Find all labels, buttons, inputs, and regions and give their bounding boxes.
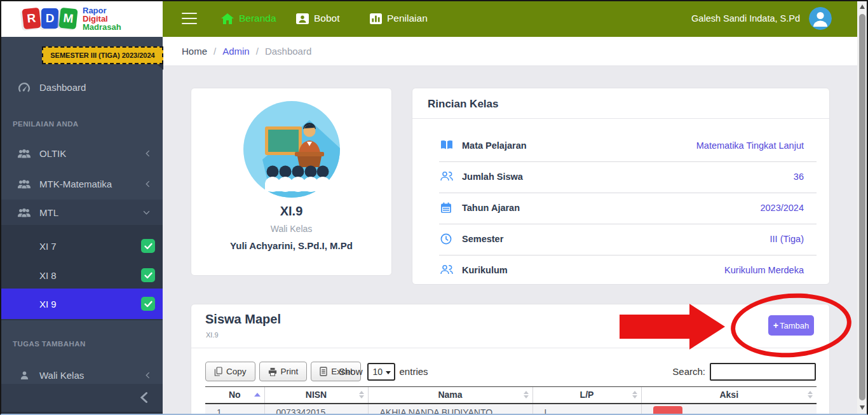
column-header-label: No	[229, 390, 241, 400]
siswa-table: No NISN Nama L/P	[205, 386, 817, 415]
sidebar-collapse-button[interactable]	[0, 384, 163, 412]
tambah-button[interactable]: + Tambah	[768, 315, 814, 336]
check-badge-icon	[141, 268, 155, 282]
user-name: Galesh Sandi Indata, S.Pd	[691, 0, 800, 37]
rincian-row-mata-pelajaran: Mata Pelajaran Matematika Tingkat Lanjut	[412, 130, 829, 161]
sidebar-subitem-xi-9-active[interactable]: XI 9	[0, 289, 163, 319]
rincian-label: Jumlah Siswa	[462, 172, 523, 182]
rincian-value-link[interactable]: 36	[794, 172, 804, 182]
scrollbar-thumb[interactable]	[859, 14, 865, 400]
search-input[interactable]	[710, 363, 816, 381]
rincian-value-link[interactable]: Matematika Tingkat Lanjut	[696, 140, 804, 151]
delete-button[interactable]	[653, 406, 682, 415]
column-header-aksi[interactable]: Aksi	[641, 387, 817, 404]
classroom-illustration	[243, 101, 340, 198]
divider	[412, 118, 829, 119]
users-icon	[440, 264, 453, 275]
sidebar-item-oltik[interactable]: OLTIK	[0, 140, 163, 166]
brand-word-madrasah: Madrasah	[83, 23, 121, 31]
sort-icons	[359, 391, 364, 398]
print-button-label: Print	[281, 367, 299, 376]
nav-item-penilaian[interactable]: Penilaian	[370, 0, 428, 37]
clock-icon	[440, 233, 452, 245]
users-icon	[17, 179, 32, 189]
column-header-nisn[interactable]: NISN	[264, 387, 368, 404]
nav-item-bobot[interactable]: Bobot	[296, 0, 340, 37]
badge-fold	[157, 64, 163, 70]
rincian-value-link[interactable]: Kurikulum Merdeka	[724, 265, 804, 275]
chevron-down-icon	[386, 371, 391, 374]
logo-letter-m: M	[58, 8, 78, 30]
column-header-label: NISN	[306, 390, 327, 400]
nav-item-label: Penilaian	[387, 13, 428, 24]
breadcrumb-home-link[interactable]: Home	[182, 46, 207, 57]
breadcrumb-admin-link[interactable]: Admin	[222, 46, 250, 57]
sidebar-subitem-label: XI 8	[39, 270, 57, 281]
sidebar-item-dashboard[interactable]: Dashboard	[0, 74, 163, 100]
scroll-down-arrow[interactable]	[860, 405, 865, 410]
table-search: Search:	[672, 362, 816, 381]
column-header-nama[interactable]: Nama	[368, 387, 532, 404]
sort-icons	[808, 391, 813, 398]
user-avatar[interactable]	[809, 7, 832, 30]
book-icon	[440, 140, 453, 150]
rincian-row-jumlah-siswa: Jumlah Siswa 36	[412, 161, 829, 193]
rincian-row-tahun-ajaran: Tahun Ajaran 2023/2024	[412, 193, 829, 224]
copy-button[interactable]: Copy	[205, 362, 255, 381]
semester-badge: SEMESTER III (TIGA) 2023/2024	[42, 46, 163, 64]
users-icon	[17, 149, 32, 158]
siswa-mapel-card: Siswa Mapel XI.9 + Tambah Copy Print	[191, 304, 830, 415]
table-row: 1 0073342015 AKHIA NANDA BUDIYANTO L	[205, 404, 817, 415]
show-label: Show	[339, 366, 363, 377]
scroll-up-arrow[interactable]	[860, 4, 865, 9]
breadcrumb: Home / Admin / Dashboard	[163, 37, 857, 66]
column-header-lp[interactable]: L/P	[532, 387, 641, 404]
divider	[191, 348, 829, 348]
siswa-mapel-title: Siswa Mapel	[205, 312, 281, 327]
sidebar-item-mtl[interactable]: MTL	[0, 200, 163, 225]
column-header-label: Nama	[438, 390, 462, 400]
rincian-label: Kurikulum	[462, 265, 508, 275]
sidebar-toggle-button[interactable]	[182, 13, 197, 24]
sidebar-item-label: MTK-Matematika	[39, 179, 112, 189]
person-icon	[17, 371, 32, 380]
sort-icons	[632, 391, 637, 398]
rincian-label: Semester	[462, 234, 503, 244]
cell-nama: AKHIA NANDA BUDIYANTO	[368, 404, 532, 415]
class-name: XI.9	[191, 204, 391, 219]
sidebar-section-penilaian-anda: PENILAIAN ANDA	[13, 120, 79, 128]
rincian-label: Tahun Ajaran	[462, 203, 520, 213]
nav-item-label: Bobot	[314, 13, 340, 24]
plus-icon: +	[773, 320, 778, 330]
sidebar-subitem-xi-7[interactable]: XI 7	[0, 232, 163, 260]
sidebar-bottom-strip	[0, 412, 163, 415]
column-header-no[interactable]: No	[205, 387, 264, 404]
rincian-kelas-title: Rincian Kelas	[428, 98, 499, 111]
badge-person-icon	[296, 13, 309, 24]
page-size-control: Show 10 entries	[339, 362, 428, 381]
rincian-value-link[interactable]: 2023/2024	[760, 203, 804, 213]
logo-letter-d: D	[41, 8, 58, 29]
column-header-label: L/P	[580, 390, 594, 400]
print-button[interactable]: Print	[259, 362, 308, 381]
table-export-buttons: Copy Print Excel	[205, 362, 361, 381]
main-content: XI.9 Wali Kelas Yuli Achyarini, S.Pd.I, …	[163, 66, 857, 415]
brand-logo[interactable]: R D M Rapor Digital Madrasah	[0, 0, 163, 37]
class-card: XI.9 Wali Kelas Yuli Achyarini, S.Pd.I, …	[191, 88, 392, 276]
nav-item-beranda[interactable]: Beranda	[221, 0, 276, 37]
search-label: Search:	[672, 366, 705, 377]
chevron-left-icon	[146, 150, 150, 157]
home-icon	[221, 13, 234, 24]
sidebar-subitem-label: XI 7	[39, 241, 57, 252]
cell-lp: L	[532, 404, 641, 415]
sidebar-subitem-xi-8[interactable]: XI 8	[0, 261, 163, 289]
page-size-select[interactable]: 10	[367, 363, 395, 381]
sidebar-item-label: Dashboard	[39, 82, 86, 93]
sidebar-item-mtk-matematika[interactable]: MTK-Matematika	[0, 171, 163, 196]
brand-title: Rapor Digital Madrasah	[83, 6, 121, 31]
breadcrumb-separator: /	[214, 46, 216, 57]
tambah-button-label: Tambah	[780, 321, 809, 330]
rincian-value-link[interactable]: III (Tiga)	[770, 234, 804, 244]
vertical-scrollbar[interactable]	[857, 0, 868, 415]
rincian-label: Mata Pelajaran	[462, 140, 527, 151]
